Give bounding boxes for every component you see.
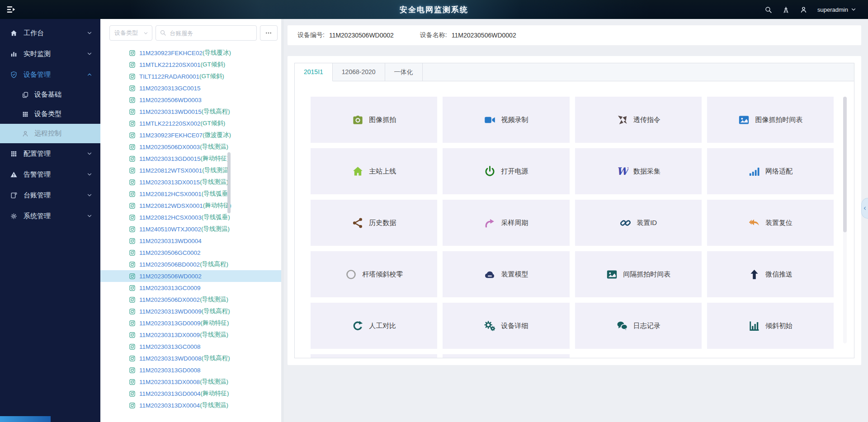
device-item[interactable]: 11M230923FEKHCE07(微波覆冰) (100, 129, 281, 141)
device-item[interactable]: 11M20230313DX0009(导线测温) (100, 329, 281, 341)
device-item[interactable]: 11M220812WDSX0001(舞动特征) (100, 200, 281, 211)
device-icon (129, 367, 136, 374)
device-id: 11M20230506WD0002 (139, 273, 202, 280)
sidebar-item-remote-control[interactable]: 远程控制 (0, 124, 100, 143)
device-item[interactable]: 11M230923FEKHCE02(导线覆冰) (100, 47, 281, 59)
command-card-power-on[interactable]: 打开电源 (443, 148, 569, 194)
sidebar-item-device-type[interactable]: 设备类型 (0, 104, 100, 124)
sidebar-item-ledger-management[interactable]: 台账管理 (0, 185, 100, 206)
device-item[interactable]: 11M20230313WD0004 (100, 235, 281, 247)
command-grid-scrollbar[interactable] (843, 97, 847, 232)
command-label: 杆塔倾斜校零 (362, 270, 403, 279)
command-card-passthrough-command[interactable]: 透传指令 (575, 97, 702, 143)
device-item[interactable]: 11M220812WTSX0001(导线测温) (100, 164, 281, 176)
command-card-partial[interactable] (311, 354, 437, 358)
device-item[interactable]: 11M220812HCSX0001(导线弧垂) (100, 188, 281, 200)
command-card-device-reset[interactable]: 装置复位 (707, 200, 834, 246)
sidebar-item-label: 设备管理 (24, 70, 87, 79)
menu-collapse-icon[interactable] (5, 5, 17, 14)
device-item[interactable]: 11M20230506WD0003 (100, 94, 281, 106)
more-options-button[interactable] (260, 25, 278, 41)
w-letter-icon: W (616, 165, 628, 178)
command-card-network-adapt[interactable]: 网络适配 (707, 148, 834, 194)
sidebar-item-config-management[interactable]: 配置管理 (0, 143, 100, 164)
command-card-image-capture-schedule[interactable]: 图像抓拍时间表 (707, 97, 834, 143)
command-card-data-collect[interactable]: W数据采集 (575, 148, 702, 194)
sidebar-item-alarm-management[interactable]: 告警管理 (0, 164, 100, 185)
command-card-tilt-init[interactable]: 倾斜初始 (707, 303, 834, 349)
device-item[interactable]: 11M220812HCSX0003(导线弧垂) (100, 211, 281, 223)
device-item[interactable]: 11MTLK221220SX002(GT倾斜) (100, 117, 281, 129)
device-type-select[interactable]: 设备类型 (109, 25, 152, 41)
power-icon (484, 165, 496, 178)
user-icon[interactable] (800, 6, 807, 14)
device-list-scrollbar[interactable] (227, 152, 231, 213)
command-label: 间隔抓拍时间表 (623, 270, 670, 279)
command-card-manual-compare[interactable]: 人工对比 (311, 303, 437, 349)
command-card-tower-tilt-zero[interactable]: 杆塔倾斜校零 (311, 251, 437, 297)
tower-icon[interactable] (782, 6, 790, 14)
device-id: 11M220812WDSX0001 (139, 202, 203, 209)
device-item[interactable]: 11M20230506BD0002(导线高程) (100, 258, 281, 270)
arrow-up-icon (748, 268, 760, 281)
device-item[interactable]: 11M20230313GD0009(舞动特征) (100, 317, 281, 329)
protocol-tab-bar: 2015I112068-2020一体化 (295, 63, 854, 81)
command-card-partial[interactable] (443, 354, 569, 358)
sidebar-item-workbench[interactable]: 工作台 (0, 23, 100, 43)
command-card-image-capture[interactable]: 图像抓拍 (311, 97, 437, 143)
command-label: 人工对比 (369, 322, 396, 330)
command-card-interval-capture-schedule[interactable]: 间隔抓拍时间表 (575, 251, 702, 297)
command-card-video-record[interactable]: 视频录制 (443, 97, 569, 143)
command-card-sample-period[interactable]: 采样周期 (443, 200, 569, 246)
sidebar-item-device-basic[interactable]: 设备基础 (0, 85, 100, 104)
image-icon (606, 268, 618, 281)
sidebar-item-label: 设备类型 (34, 110, 61, 118)
device-item[interactable]: 11M20230313GC0015 (100, 82, 281, 94)
image-icon (738, 114, 750, 126)
device-item[interactable]: 11M20230313DX0004(导线测温) (100, 399, 281, 411)
device-id: 11M220812HCSX0003 (139, 214, 202, 221)
command-card-history-data[interactable]: 历史数据 (311, 200, 437, 246)
command-card-master-online[interactable]: 主站上线 (311, 148, 437, 194)
device-icon (129, 132, 136, 139)
device-item[interactable]: 11M20230506GC0002 (100, 247, 281, 258)
device-item[interactable]: 11MTLK221220SX001(GT倾斜) (100, 59, 281, 70)
command-card-device-model[interactable]: 装置模型 (443, 251, 569, 297)
device-item[interactable]: 11M20230313WD0009(导线高程) (100, 305, 281, 317)
tab-2[interactable]: 一体化 (385, 63, 423, 81)
sidebar-item-device-management[interactable]: 设备管理 (0, 64, 100, 85)
device-item[interactable]: 11M20230506DX0003(导线测温) (100, 141, 281, 153)
device-item[interactable]: 11M20230313GC0009 (100, 282, 281, 294)
device-item[interactable]: 11M20230313DX0015(导线测温) (100, 176, 281, 188)
device-item[interactable]: 11M20230506WD0002 (100, 270, 281, 282)
tab-1[interactable]: 12068-2020 (333, 63, 385, 81)
device-item[interactable]: 11M20230313GD0004(舞动特征) (100, 388, 281, 399)
device-id: 11M220812HCSX0001 (139, 191, 202, 197)
device-item[interactable]: TILT1122RADAR0001(GT倾斜) (100, 70, 281, 82)
device-item[interactable]: 11M20230313GC0008 (100, 341, 281, 352)
command-card-log-record[interactable]: 日志记录 (575, 303, 702, 349)
right-drawer-handle[interactable] (861, 198, 868, 219)
device-item[interactable]: 11M20230313WD0015(导线高程) (100, 106, 281, 117)
command-card-wechat-push[interactable]: 微信推送 (707, 251, 834, 297)
person-icon (22, 130, 29, 137)
device-item[interactable]: 11M20230313GD0015(舞动特征) (100, 153, 281, 164)
device-item[interactable]: 11M20230506DX0002(导线测温) (100, 294, 281, 305)
sidebar-item-realtime-monitor[interactable]: 实时监测 (0, 43, 100, 64)
device-item[interactable]: 11M20230313GD0008 (100, 364, 281, 376)
device-item[interactable]: 11M240510WTXJ0002(导线测温) (100, 223, 281, 235)
search-icon[interactable] (764, 6, 772, 14)
device-item[interactable]: 11M20230313DX0008(导线测温) (100, 376, 281, 388)
sidebar-collapse-strip[interactable] (0, 416, 51, 422)
device-icon (129, 179, 136, 186)
command-card-device-detail[interactable]: 设备详细 (443, 303, 569, 349)
command-card-device-id[interactable]: 装置ID (575, 200, 702, 246)
tab-0[interactable]: 2015I1 (295, 63, 333, 81)
device-tag: (导线测温) (200, 178, 228, 186)
user-menu[interactable]: superadmin (817, 6, 856, 13)
device-search-input[interactable] (156, 25, 256, 41)
device-tag: (导线高程) (202, 354, 230, 362)
sidebar-item-system-management[interactable]: 系统管理 (0, 206, 100, 226)
device-search (156, 25, 256, 41)
device-item[interactable]: 11M20230313WD0008(导线高程) (100, 352, 281, 364)
